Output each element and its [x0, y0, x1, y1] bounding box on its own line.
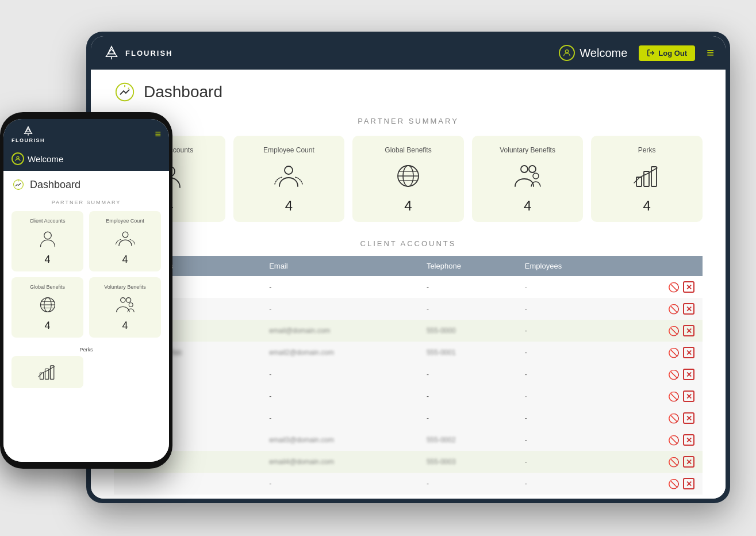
ban-icon[interactable]: 🚫 — [668, 413, 680, 424]
phone-hamburger-icon[interactable]: ≡ — [155, 128, 161, 140]
card-global-benefits: Global Benefits 4 — [352, 136, 464, 222]
logout-button[interactable]: Log Out — [639, 45, 695, 61]
col-actions — [620, 256, 703, 276]
delete-button[interactable]: ✕ — [683, 369, 694, 380]
employee-icon — [274, 161, 304, 191]
phone-card-voluntary-benefits-label: Voluntary Benefits — [104, 284, 146, 290]
table-row: Account Three email3@domain.com 555-0002… — [114, 429, 703, 451]
ban-icon[interactable]: 🚫 — [668, 435, 680, 446]
svg-point-3 — [566, 50, 569, 53]
col-employees: Employees — [517, 256, 620, 276]
accounts-table: Client Accounts Email Telephone Employee… — [114, 256, 703, 495]
card-employee-count-label: Employee Count — [263, 146, 314, 154]
card-perks-count: 4 — [643, 198, 651, 214]
phone-chart-icon — [37, 362, 57, 382]
delete-button[interactable]: ✕ — [683, 456, 694, 468]
delete-button[interactable]: ✕ — [683, 325, 694, 336]
delete-button[interactable]: ✕ — [683, 478, 694, 489]
svg-point-9 — [285, 166, 293, 174]
delete-button[interactable]: ✕ — [683, 303, 694, 315]
table-row: - - - 🚫✕ — [114, 276, 703, 298]
ban-icon[interactable]: 🚫 — [668, 326, 680, 336]
delete-button[interactable]: ✕ — [683, 281, 694, 293]
cell-email: email2@domain.com — [261, 342, 419, 363]
delete-button[interactable]: ✕ — [683, 347, 694, 358]
svg-point-17 — [533, 173, 539, 179]
phone-card-client-accounts: Client Accounts 4 — [11, 211, 83, 271]
svg-point-35 — [126, 298, 131, 303]
cell-actions: 🚫✕ — [620, 363, 703, 385]
phone-family-icon — [115, 294, 136, 315]
cell-telephone: - — [419, 276, 517, 298]
delete-button[interactable]: ✕ — [683, 434, 694, 446]
ban-icon[interactable]: 🚫 — [668, 282, 680, 293]
logout-label: Log Out — [658, 49, 687, 58]
dashboard-icon — [114, 81, 136, 103]
cell-email: - — [261, 407, 419, 429]
ban-icon[interactable]: 🚫 — [668, 347, 680, 358]
svg-point-28 — [122, 232, 128, 238]
phone-card-employee-count: Employee Count 4 — [89, 211, 161, 271]
tablet-welcome-area: Welcome — [559, 45, 627, 61]
client-accounts-heading: CLIENT ACCOUNTS — [114, 239, 703, 248]
table-row: - - - 🚫✕ — [114, 473, 703, 495]
cell-employees: - — [517, 407, 620, 429]
phone-screen: FLOURISH ≡ Welcome Dashboard — [3, 119, 169, 462]
welcome-label: Welcome — [580, 47, 627, 60]
phone-card-global-benefits-count: 4 — [44, 320, 50, 332]
cell-account — [114, 473, 261, 495]
phone-employee-icon — [115, 228, 136, 249]
tablet-device: FLOURISH Welcome — [86, 32, 730, 503]
cell-email: - — [261, 385, 419, 407]
phone-header: FLOURISH ≡ — [3, 119, 169, 149]
table-row: Account Name Two email2@domain.com 555-0… — [114, 342, 703, 363]
phone-person-icon — [37, 228, 58, 249]
cell-email: - — [261, 298, 419, 320]
svg-marker-22 — [24, 129, 32, 134]
table-row: - - - 🚫✕ — [114, 298, 703, 320]
cell-telephone: 555-0001 — [419, 342, 517, 363]
cell-email: - — [261, 473, 419, 495]
phone-perks-label: Perks — [11, 347, 161, 353]
svg-point-15 — [521, 166, 528, 173]
ban-icon[interactable]: 🚫 — [668, 391, 680, 402]
phone-page-title-text: Dashboard — [30, 179, 80, 191]
cell-employees: - — [517, 385, 620, 407]
tablet-screen: FLOURISH Welcome — [91, 36, 726, 499]
cell-actions: 🚫✕ — [620, 451, 703, 473]
cell-actions: 🚫✕ — [620, 473, 703, 495]
cell-employees: - — [517, 473, 620, 495]
ban-icon[interactable]: 🚫 — [668, 369, 680, 380]
table-header-row: Client Accounts Email Telephone Employee… — [114, 256, 703, 276]
tablet-logo: FLOURISH — [102, 44, 172, 62]
cell-employees: - — [517, 363, 620, 385]
svg-line-7 — [128, 87, 129, 89]
chart-bar-icon — [632, 161, 662, 191]
tablet-content: Dashboard PARTNER SUMMARY Client Account… — [91, 70, 726, 499]
phone-partner-summary-heading: PARTNER SUMMARY — [11, 200, 161, 205]
phone-globe-icon — [37, 294, 58, 315]
cell-telephone: - — [419, 473, 517, 495]
phone-card-global-benefits-label: Global Benefits — [30, 284, 65, 290]
phone-device: FLOURISH ≡ Welcome Dashboard — [0, 112, 172, 469]
card-voluntary-benefits-label: Voluntary Benefits — [500, 146, 555, 154]
ban-icon[interactable]: 🚫 — [668, 304, 680, 315]
cell-telephone: - — [419, 385, 517, 407]
col-email: Email — [261, 256, 419, 276]
logo-text: FLOURISH — [125, 49, 172, 58]
delete-button[interactable]: ✕ — [683, 390, 694, 402]
hamburger-menu-icon[interactable]: ≡ — [707, 45, 714, 60]
ban-icon[interactable]: 🚫 — [668, 478, 680, 489]
logout-icon — [647, 49, 655, 57]
cell-telephone: - — [419, 298, 517, 320]
phone-welcome-bar: Welcome — [3, 149, 169, 171]
cell-actions: 🚫✕ — [620, 429, 703, 451]
phone-card-employee-count-count: 4 — [122, 254, 128, 266]
cell-telephone: 555-0000 — [419, 320, 517, 342]
cell-actions: 🚫✕ — [620, 385, 703, 407]
ban-icon[interactable]: 🚫 — [668, 457, 680, 468]
delete-button[interactable]: ✕ — [683, 412, 694, 424]
table-row: - - - 🚫✕ — [114, 363, 703, 385]
phone-content: Dashboard PARTNER SUMMARY Client Account… — [3, 171, 169, 462]
cell-employees: - — [517, 429, 620, 451]
